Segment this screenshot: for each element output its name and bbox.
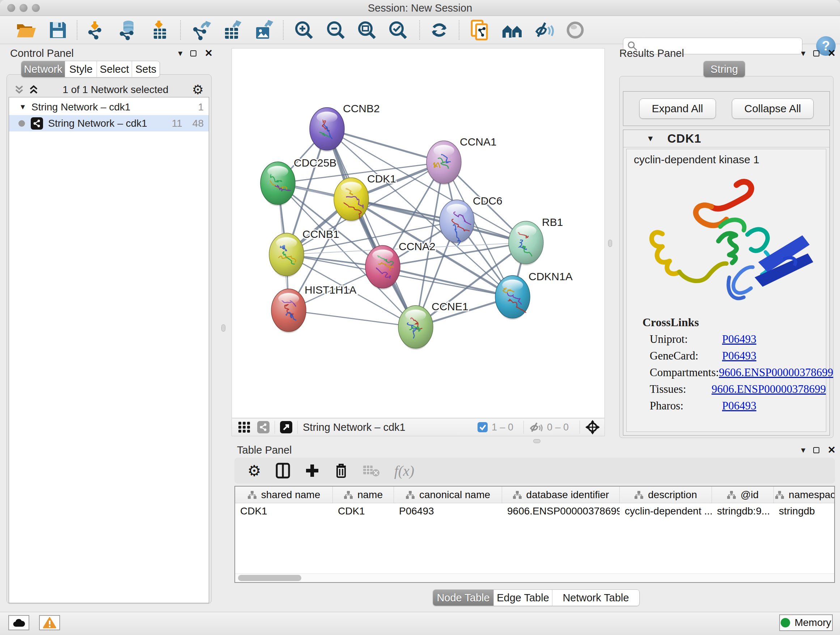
import-network-file-button[interactable] <box>84 19 107 41</box>
table-panel-float-icon[interactable] <box>813 447 819 453</box>
expand-all-button[interactable]: Expand All <box>639 98 716 119</box>
window-close-button[interactable] <box>7 4 15 12</box>
zoom-selected-button[interactable] <box>386 19 409 41</box>
import-network-database-button[interactable] <box>117 19 140 41</box>
table-cell[interactable]: P06493 <box>394 505 502 517</box>
birds-eye-view-icon[interactable] <box>585 420 600 435</box>
node-table[interactable]: shared namenamecanonical namedatabase id… <box>234 486 835 583</box>
control-panel-close-icon[interactable]: ✕ <box>204 48 213 59</box>
string-home-button[interactable] <box>501 19 524 41</box>
hidden-eye-icon[interactable] <box>529 421 543 433</box>
column-header-description[interactable]: description <box>620 486 712 503</box>
tab-sets[interactable]: Sets <box>132 61 159 77</box>
grid-view-icon[interactable] <box>238 421 251 433</box>
table-settings-gear-icon[interactable]: ⚙ <box>248 462 261 480</box>
memory-button[interactable]: Memory <box>779 614 833 631</box>
copy-documents-icon <box>470 19 490 41</box>
crosslink-label: Compartments: <box>650 366 719 379</box>
column-header-name[interactable]: name <box>333 486 394 503</box>
tab-style[interactable]: Style <box>65 61 97 77</box>
show-glass-ball-button[interactable] <box>564 19 587 41</box>
tab-node-table[interactable]: Node Table <box>433 590 494 606</box>
column-header-namespace[interactable]: namespace <box>774 486 835 503</box>
node-label-ccna2: CCNA2 <box>399 241 436 252</box>
column-header-canonical-name[interactable]: canonical name <box>394 486 502 503</box>
table-panel-close-icon[interactable]: ✕ <box>827 444 836 456</box>
network-canvas[interactable]: CCNB2CCNA1CDC25BCDK1CDC6RB1CCNB1CCNA2CDK… <box>232 48 605 418</box>
export-table-button[interactable] <box>221 19 244 41</box>
left-splitter-handle[interactable] <box>221 325 225 332</box>
refresh-button[interactable] <box>428 19 451 41</box>
zoom-out-button[interactable] <box>324 19 347 41</box>
column-header-database-identifier[interactable]: database identifier <box>502 486 620 503</box>
houses-icon <box>501 21 523 39</box>
function-builder-icon[interactable]: f(x) <box>394 462 415 479</box>
warnings-button[interactable] <box>39 615 60 630</box>
tab-edge-table[interactable]: Edge Table <box>494 590 553 606</box>
crosslink-link[interactable]: P06493 <box>722 399 756 412</box>
network-row[interactable]: String Network – cdk1 11 48 <box>9 115 209 131</box>
table-cell[interactable]: stringdb:9... <box>712 505 774 517</box>
cdk1-section-header[interactable]: ▼ CDK1 <box>623 130 829 147</box>
crosslink-link[interactable]: P06493 <box>722 333 756 346</box>
crosslink-link[interactable]: P06493 <box>722 349 756 363</box>
zoom-out-icon <box>325 20 346 40</box>
hscrollbar-thumb[interactable] <box>238 575 302 581</box>
export-table-icon <box>222 20 242 40</box>
cloud-status-button[interactable] <box>8 615 29 630</box>
table-cell[interactable]: CDK1 <box>333 505 394 517</box>
control-panel-float-icon[interactable] <box>190 50 196 57</box>
show-columns-icon[interactable] <box>276 463 290 478</box>
results-panel-menu-icon[interactable]: ▾ <box>801 48 805 58</box>
crosslink-link[interactable]: 9606.ENSP00000378699 <box>719 366 833 379</box>
table-row[interactable]: CDK1CDK1P064939606.ENSP00000378699cyclin… <box>235 503 834 519</box>
crosslink-label: Pharos: <box>650 399 722 412</box>
cdk1-expander-icon[interactable]: ▼ <box>646 134 654 143</box>
title-bar: Session: New Session <box>0 0 840 16</box>
enhance-labels-button[interactable] <box>532 19 555 41</box>
open-in-browser-icon[interactable] <box>280 421 292 433</box>
collapse-all-button[interactable]: Collapse All <box>732 98 814 119</box>
expand-all-icon[interactable] <box>28 85 39 95</box>
bottom-splitter-handle[interactable] <box>533 439 540 443</box>
zoom-fit-button[interactable] <box>355 19 378 41</box>
window-minimize-button[interactable] <box>19 4 27 12</box>
collection-expander-icon[interactable]: ▼ <box>19 103 27 111</box>
crosslink-link[interactable]: 9606.ENSP00000378699 <box>712 383 826 396</box>
save-session-button[interactable] <box>46 19 69 41</box>
string-view-badge-icon[interactable] <box>257 421 270 433</box>
zoom-in-button[interactable] <box>292 19 316 41</box>
selected-checkbox-icon[interactable] <box>477 422 488 432</box>
tab-string[interactable]: String <box>704 61 745 77</box>
control-panel-menu-icon[interactable]: ▾ <box>178 48 182 58</box>
add-column-icon[interactable] <box>305 463 320 478</box>
tab-network[interactable]: Network <box>21 61 65 77</box>
export-image-button[interactable] <box>252 19 275 41</box>
table-cell[interactable]: stringdb <box>774 505 835 517</box>
column-header--id[interactable]: @id <box>712 486 774 503</box>
results-panel-close-icon[interactable]: ✕ <box>827 48 836 59</box>
right-splitter-handle[interactable] <box>608 240 612 247</box>
delete-column-icon[interactable] <box>334 463 348 478</box>
network-collection-row[interactable]: ▼ String Network – cdk1 1 <box>9 99 209 115</box>
open-session-button[interactable] <box>14 19 38 41</box>
delete-table-icon[interactable] <box>363 464 380 477</box>
table-cell[interactable]: 9606.ENSP00000378699 <box>502 505 620 517</box>
table-hscrollbar[interactable] <box>235 573 834 582</box>
network-options-gear-icon[interactable]: ⚙ <box>192 82 204 97</box>
results-panel-float-icon[interactable] <box>813 50 819 57</box>
column-header-shared-name[interactable]: shared name <box>235 486 333 503</box>
tab-network-table[interactable]: Network Table <box>553 590 639 606</box>
control-panel-tabs: Network Style Select Sets <box>21 61 160 78</box>
import-table-button[interactable] <box>148 19 172 41</box>
refresh-icon <box>429 20 449 40</box>
table-cell[interactable]: cyclin-dependent ... <box>620 505 712 517</box>
crosslink-label: GeneCard: <box>650 349 722 363</box>
table-cell[interactable]: CDK1 <box>235 505 333 517</box>
tab-select[interactable]: Select <box>97 61 132 77</box>
collapse-all-icon[interactable] <box>14 85 25 95</box>
table-panel-menu-icon[interactable]: ▾ <box>801 445 805 455</box>
clone-network-button[interactable] <box>468 19 491 41</box>
export-network-button[interactable] <box>189 19 213 41</box>
window-zoom-button[interactable] <box>32 4 40 12</box>
